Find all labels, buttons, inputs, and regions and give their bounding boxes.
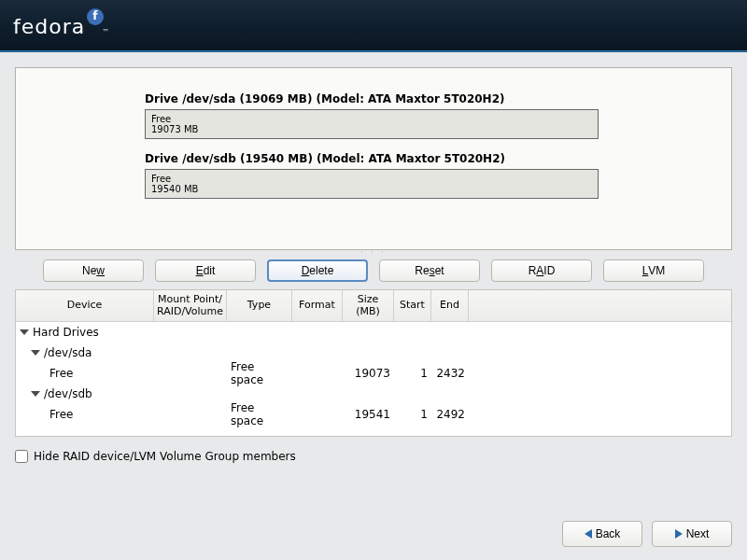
table-body: Hard Drives /dev/sda Free Free space 190… xyxy=(16,322,731,425)
drive-free-label: Free xyxy=(151,114,592,124)
cell-size: 19073 xyxy=(343,367,394,380)
content-area: Drive /dev/sda (19069 MB) (Model: ATA Ma… xyxy=(0,52,747,478)
col-rest xyxy=(469,290,731,321)
drive-free-label: Free xyxy=(151,174,592,184)
next-button[interactable]: Next xyxy=(652,521,732,547)
drive-block-sdb: Drive /dev/sdb (19540 MB) (Model: ATA Ma… xyxy=(145,152,712,199)
hide-raid-checkbox-label[interactable]: Hide RAID device/LVM Volume Group member… xyxy=(15,450,732,463)
col-format[interactable]: Format xyxy=(292,290,343,321)
toolbar: New Edit Delete Reset RAID LVM xyxy=(15,259,732,282)
table-row[interactable]: Free Free space 19541 1 2492 xyxy=(16,404,731,425)
table-row[interactable]: Free Free space 19073 1 2432 xyxy=(16,363,731,384)
hide-raid-text: Hide RAID device/LVM Volume Group member… xyxy=(34,450,296,463)
cell-start: 1 xyxy=(394,408,431,421)
col-type[interactable]: Type xyxy=(227,290,292,321)
raid-button[interactable]: RAID xyxy=(491,259,592,282)
arrow-right-icon xyxy=(675,529,683,539)
chevron-down-icon[interactable] xyxy=(31,391,40,397)
drive-bar[interactable]: Free 19540 MB xyxy=(145,169,599,199)
drive-title: Drive /dev/sdb (19540 MB) (Model: ATA Ma… xyxy=(145,152,712,165)
logo-text: fedora xyxy=(13,15,85,38)
cell-type: Free space xyxy=(227,401,292,427)
col-device[interactable]: Device xyxy=(16,290,154,321)
cell-end: 2432 xyxy=(431,367,469,380)
row-label: /dev/sda xyxy=(44,346,92,359)
cell-end: 2492 xyxy=(431,408,469,421)
reset-button[interactable]: Reset xyxy=(379,259,480,282)
hide-raid-checkbox[interactable] xyxy=(15,450,28,463)
cell-size: 19541 xyxy=(343,408,394,421)
drive-block-sda: Drive /dev/sda (19069 MB) (Model: ATA Ma… xyxy=(145,92,712,139)
header-banner: fedora ™ xyxy=(0,0,747,52)
col-mount[interactable]: Mount Point/ RAID/Volume xyxy=(154,290,227,321)
delete-button[interactable]: Delete xyxy=(267,259,368,282)
drive-free-size: 19073 MB xyxy=(151,124,592,134)
drive-free-size: 19540 MB xyxy=(151,184,592,194)
table-header: Device Mount Point/ RAID/Volume Type For… xyxy=(16,290,731,322)
back-button[interactable]: Back xyxy=(562,521,642,547)
row-label: Hard Drives xyxy=(33,326,99,339)
drive-bar[interactable]: Free 19073 MB xyxy=(145,109,599,139)
col-end[interactable]: End xyxy=(431,290,469,321)
arrow-left-icon xyxy=(585,529,592,539)
nav-row: Back Next xyxy=(562,521,732,547)
row-label: Free xyxy=(49,367,73,380)
row-label: /dev/sdb xyxy=(44,387,92,400)
partition-table: Device Mount Point/ RAID/Volume Type For… xyxy=(15,289,732,437)
cell-start: 1 xyxy=(394,367,431,380)
chevron-down-icon[interactable] xyxy=(20,329,29,335)
new-button[interactable]: New xyxy=(43,259,144,282)
row-label: Free xyxy=(49,408,73,421)
drive-title: Drive /dev/sda (19069 MB) (Model: ATA Ma… xyxy=(145,92,712,105)
col-size[interactable]: Size (MB) xyxy=(343,290,394,321)
edit-button[interactable]: Edit xyxy=(155,259,256,282)
fedora-logo: fedora ™ xyxy=(13,15,112,38)
trademark: ™ xyxy=(102,28,110,36)
table-row-sdb[interactable]: /dev/sdb xyxy=(16,384,731,404)
drives-panel: Drive /dev/sda (19069 MB) (Model: ATA Ma… xyxy=(15,67,732,250)
chevron-down-icon[interactable] xyxy=(31,350,40,356)
cell-type: Free space xyxy=(227,360,292,386)
fedora-bubble-icon xyxy=(87,8,104,25)
col-start[interactable]: Start xyxy=(394,290,431,321)
table-row-root[interactable]: Hard Drives xyxy=(16,322,731,343)
lvm-button[interactable]: LVM xyxy=(603,259,704,282)
table-row-sda[interactable]: /dev/sda xyxy=(16,343,731,363)
